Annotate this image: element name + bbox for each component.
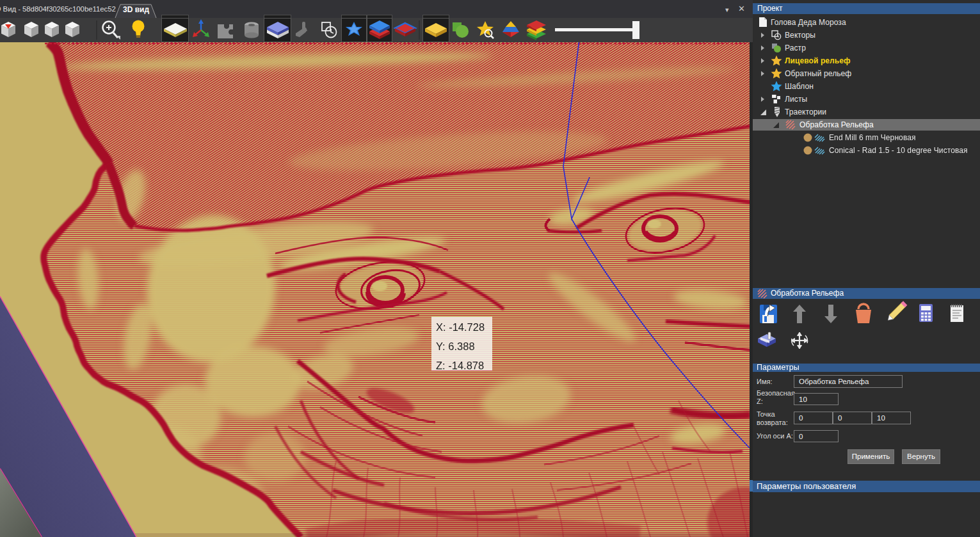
svg-text:Y: 6.388: Y: 6.388 <box>436 341 475 352</box>
svg-text:X: -14.728: X: -14.728 <box>436 321 485 333</box>
svg-text:Z: -14.878: Z: -14.878 <box>436 360 484 371</box>
